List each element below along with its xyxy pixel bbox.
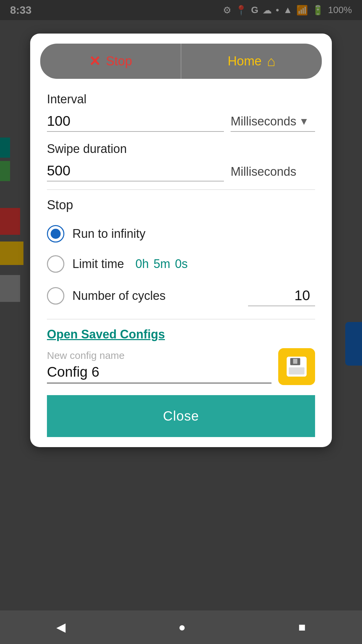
- stop-button[interactable]: ✕ Stop: [40, 44, 181, 79]
- config-name-value[interactable]: Config 6: [47, 364, 272, 380]
- stop-section: Stop Run to infinity Limit time: [47, 198, 315, 311]
- stop-label: Stop: [106, 54, 132, 68]
- home-button[interactable]: Home ⌂: [181, 44, 322, 79]
- swipe-duration-unit: Milliseconds: [231, 165, 296, 181]
- swipe-duration-input[interactable]: [47, 161, 224, 181]
- time-minutes: 5m: [154, 257, 170, 271]
- interval-unit-dropdown[interactable]: Milliseconds ▼: [231, 114, 315, 132]
- open-saved-configs-link[interactable]: Open Saved Configs: [47, 327, 315, 341]
- radio-number-of-cycles[interactable]: Number of cycles: [47, 281, 315, 311]
- home-icon: ⌂: [267, 53, 276, 69]
- settings-dialog: ✕ Stop Home ⌂ Interval Milliseconds ▼: [30, 34, 332, 447]
- svg-rect-4: [293, 359, 297, 364]
- config-name-hint: New config name: [47, 350, 272, 361]
- interval-input-row: Milliseconds ▼: [47, 111, 315, 132]
- config-name-section: New config name Config 6: [47, 348, 315, 385]
- radio-circle-limit-time[interactable]: [47, 255, 64, 273]
- svg-rect-5: [289, 367, 305, 374]
- radio-run-to-infinity[interactable]: Run to infinity: [47, 220, 315, 247]
- dropdown-arrow-icon: ▼: [299, 116, 309, 127]
- swipe-duration-label: Swipe duration: [47, 142, 315, 156]
- bottom-divider: [47, 319, 315, 319]
- swipe-duration-input-row: Milliseconds: [47, 161, 315, 181]
- time-values: 0h 5m 0s: [135, 257, 188, 271]
- stop-radio-group: Run to infinity Limit time 0h 5m 0s: [47, 220, 315, 311]
- interval-value-input[interactable]: [47, 111, 224, 132]
- action-bar: ✕ Stop Home ⌂: [40, 44, 322, 79]
- interval-section: Interval Milliseconds ▼: [47, 92, 315, 132]
- time-seconds: 0s: [175, 257, 188, 271]
- config-name-left: New config name Config 6: [47, 350, 272, 383]
- radio-circle-infinity[interactable]: [47, 225, 64, 243]
- floppy-disk-icon: [285, 355, 308, 378]
- swipe-duration-section: Swipe duration Milliseconds: [47, 142, 315, 181]
- time-hours: 0h: [135, 257, 149, 271]
- dialog-body: Interval Milliseconds ▼ Swipe duration M…: [30, 86, 332, 447]
- cycles-value-input[interactable]: [248, 285, 315, 306]
- radio-circle-cycles[interactable]: [47, 287, 64, 305]
- interval-unit-label: Milliseconds: [231, 114, 296, 128]
- back-nav-button[interactable]: ◀: [56, 620, 66, 634]
- x-icon: ✕: [89, 53, 101, 69]
- home-label: Home: [228, 54, 261, 68]
- config-name-underline: [47, 383, 272, 383]
- close-button[interactable]: Close: [47, 395, 315, 437]
- save-config-button[interactable]: [278, 348, 315, 385]
- radio-limit-time[interactable]: Limit time 0h 5m 0s: [47, 251, 315, 277]
- bottom-nav: ◀ ● ■: [0, 610, 362, 644]
- home-nav-button[interactable]: ●: [178, 620, 186, 634]
- radio-label-infinity: Run to infinity: [72, 227, 145, 241]
- interval-label: Interval: [47, 92, 315, 106]
- dialog-overlay: ✕ Stop Home ⌂ Interval Milliseconds ▼: [0, 0, 362, 644]
- section-divider: [47, 190, 315, 190]
- recent-nav-button[interactable]: ■: [298, 620, 306, 634]
- radio-inner-infinity: [51, 229, 61, 239]
- stop-section-label: Stop: [47, 198, 315, 212]
- radio-label-limit-time: Limit time: [72, 257, 124, 271]
- radio-label-cycles: Number of cycles: [72, 289, 166, 303]
